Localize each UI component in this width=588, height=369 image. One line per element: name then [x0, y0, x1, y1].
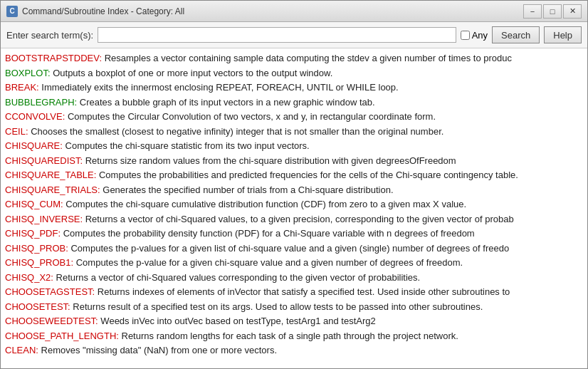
- command-name: CHISQUARE_TABLE:: [5, 170, 96, 180]
- command-name: CHOOSETAGSTEST:: [5, 286, 95, 297]
- list-item[interactable]: CHOOSE_PATH_LENGTH: Returns random lengt…: [5, 329, 583, 343]
- search-bar: Enter search term(s): Any Search Help: [1, 22, 587, 48]
- maximize-button[interactable]: □: [543, 4, 562, 19]
- close-button[interactable]: ✕: [563, 4, 582, 19]
- command-description: Resamples a vector containing sample dat…: [102, 53, 512, 63]
- window-icon: C: [6, 6, 18, 17]
- command-description: Returns size random values from the chi-…: [83, 155, 456, 166]
- any-checkbox-container: Any: [461, 30, 488, 41]
- list-item[interactable]: CHISQUARE_TABLE: Computes the probabilit…: [5, 168, 583, 182]
- command-name: CHISQ_X2:: [5, 272, 53, 283]
- list-item[interactable]: CHISQ_INVERSE: Returns a vector of chi-S…: [5, 212, 583, 227]
- main-window: C Command/Subroutine Index - Category: A…: [0, 0, 588, 369]
- command-name: BOOTSTRAPSTDDEV:: [5, 53, 102, 63]
- window-controls: − □ ✕: [523, 4, 582, 19]
- list-item[interactable]: BREAK: Immediately exits the innermost e…: [5, 80, 583, 95]
- list-item[interactable]: CHOOSETEST: Returns result of a specifie…: [5, 300, 583, 314]
- command-description: Returns random lengths for each task of …: [119, 331, 458, 341]
- any-label: Any: [472, 30, 488, 41]
- command-name: BREAK:: [5, 82, 39, 93]
- command-description: Returns a vector of chi-Squared values c…: [53, 272, 420, 283]
- help-button[interactable]: Help: [544, 26, 582, 43]
- command-name: BUBBLEGRAPH:: [5, 97, 77, 108]
- search-input[interactable]: [98, 27, 456, 43]
- list-item[interactable]: CHISQUAREDIST: Returns size random value…: [5, 154, 583, 168]
- list-item[interactable]: BUBBLEGRAPH: Creates a bubble graph of i…: [5, 95, 583, 110]
- command-name: CHISQ_CUM:: [5, 199, 63, 209]
- command-description: Removes "missing data" (NaN) from one or…: [38, 345, 277, 355]
- command-description: Generates the specified number of trials…: [100, 184, 394, 195]
- command-name: CHOOSE_PATH_LENGTH:: [5, 331, 119, 341]
- list-item[interactable]: BOOTSTRAPSTDDEV: Resamples a vector cont…: [5, 51, 583, 66]
- command-name: CLEAN:: [5, 345, 38, 355]
- search-label: Enter search term(s):: [6, 30, 93, 41]
- command-description: Returns indexes of elements of inVector …: [95, 286, 510, 297]
- list-item[interactable]: CHISQ_CUM: Computes the chi-square cumul…: [5, 197, 583, 212]
- list-item[interactable]: CHISQ_PROB: Computes the p-values for a …: [5, 241, 583, 256]
- command-description: Immediately exits the innermost enclosin…: [39, 82, 399, 93]
- command-description: Returns result of a specified test on it…: [70, 301, 483, 312]
- command-description: Computes the p-value for a given chi-squ…: [73, 257, 463, 268]
- command-description: Computes the chi-square cumulative distr…: [63, 199, 466, 209]
- list-item[interactable]: CHISQUARE: Computes the chi-square stati…: [5, 139, 583, 153]
- list-item[interactable]: CHOOSEWEEDTEST: Weeds inVec into outVec …: [5, 314, 583, 328]
- list-item[interactable]: CHISQ_X2: Returns a vector of chi-Square…: [5, 271, 583, 285]
- content-area[interactable]: BOOTSTRAPSTDDEV: Resamples a vector cont…: [1, 48, 587, 368]
- command-name: CCONVOLVE:: [5, 111, 65, 122]
- command-name: CHISQ_PDF:: [5, 228, 61, 239]
- list-item[interactable]: CHISQUARE_TRIALS: Generates the specifie…: [5, 183, 583, 197]
- command-name: CEIL:: [5, 126, 28, 137]
- title-bar: C Command/Subroutine Index - Category: A…: [1, 1, 587, 22]
- command-name: BOXPLOT:: [5, 68, 51, 78]
- command-name: CHISQ_PROB:: [5, 243, 68, 254]
- list-item[interactable]: CEIL: Chooses the smallest (closest to n…: [5, 125, 583, 139]
- command-description: Weeds inVec into outVec based on testTyp…: [98, 316, 376, 326]
- command-description: Computes the p-values for a given list o…: [68, 243, 509, 254]
- command-description: Outputs a boxplot of one or more input v…: [51, 68, 333, 78]
- minimize-button[interactable]: −: [523, 4, 542, 19]
- list-item[interactable]: BOXPLOT: Outputs a boxplot of one or mor…: [5, 66, 583, 80]
- list-item[interactable]: CHOOSETAGSTEST: Returns indexes of eleme…: [5, 285, 583, 299]
- command-description: Computes the Circular Convolution of two…: [65, 111, 436, 122]
- list-item[interactable]: CHISQ_PDF: Computes the probability dens…: [5, 227, 583, 241]
- command-name: CHISQUARE:: [5, 140, 63, 151]
- command-name: CHISQ_PROB1:: [5, 257, 73, 268]
- any-checkbox[interactable]: [461, 31, 470, 40]
- command-name: CHOOSEWEEDTEST:: [5, 316, 98, 326]
- command-name: CHISQUARE_TRIALS:: [5, 184, 100, 195]
- command-description: Chooses the smallest (closest to negativ…: [28, 126, 444, 137]
- window-title: Command/Subroutine Index - Category: All: [22, 6, 523, 16]
- command-description: Computes the probability density functio…: [61, 228, 475, 239]
- search-button[interactable]: Search: [492, 26, 540, 43]
- command-name: CHISQUAREDIST:: [5, 155, 83, 166]
- list-item[interactable]: CHISQ_PROB1: Computes the p-value for a …: [5, 256, 583, 270]
- command-description: Creates a bubble graph of its input vect…: [77, 97, 374, 108]
- command-description: Returns a vector of chi-Squared values, …: [83, 214, 514, 224]
- command-description: Computes the probabilities and predicted…: [96, 170, 518, 180]
- list-item[interactable]: CLEAN: Removes "missing data" (NaN) from…: [5, 343, 583, 358]
- command-description: Computes the chi-square statistic from i…: [63, 140, 310, 151]
- command-name: CHISQ_INVERSE:: [5, 214, 83, 224]
- list-item[interactable]: CCONVOLVE: Computes the Circular Convolu…: [5, 110, 583, 124]
- command-name: CHOOSETEST:: [5, 301, 70, 312]
